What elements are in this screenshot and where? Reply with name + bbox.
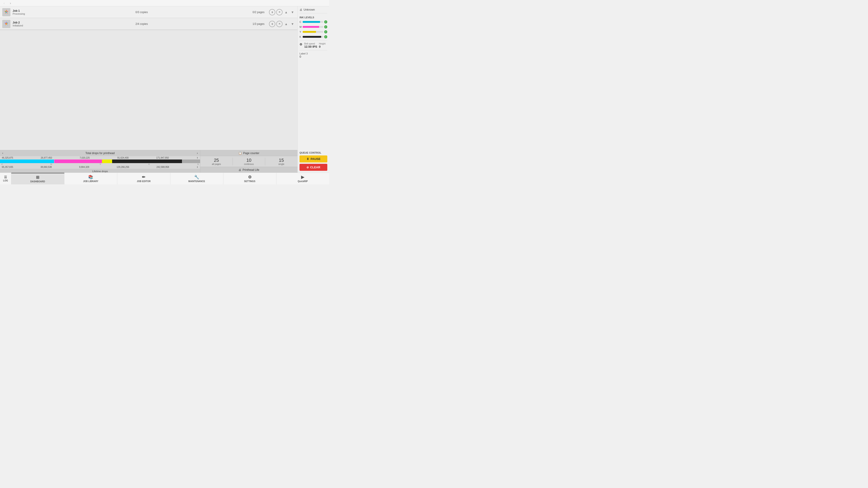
job2-up-btn[interactable]: ▲ [283, 21, 289, 27]
nav-maintenance[interactable]: 🔧 MAINTENANCE [170, 173, 223, 184]
ink-levels-title: INK LEVELS [300, 16, 327, 19]
svg-point-3 [5, 11, 6, 12]
pc-all-pages-number: 25 [214, 158, 219, 163]
log-icon: ☰ [4, 175, 7, 179]
ink-m-bar-outer [303, 26, 323, 28]
marker-s: S [197, 163, 199, 165]
drops-s-top: 171,947,950 [156, 157, 169, 159]
job1-cancel-btn[interactable]: ✕ [276, 9, 283, 15]
drops-left-arrow[interactable]: ‹ [2, 152, 3, 155]
ink-m-label: M [300, 26, 302, 28]
settings-icon: ⚙ [248, 175, 252, 180]
pc-all-pages: 25 all pages [200, 158, 233, 165]
log-label: LOG [3, 180, 8, 182]
clear-label: CLEAR [310, 166, 320, 169]
pc-all-pages-label: all pages [212, 163, 221, 165]
top-nav: ‹ › [0, 0, 329, 6]
ink-y-check: ✓ [324, 30, 327, 33]
marker-c: C [1, 163, 3, 165]
job2-copies: 2/4 copies [33, 22, 250, 26]
drops-k-top: 91,624,400 [117, 157, 129, 159]
clear-button[interactable]: ⊘ CLEAR [300, 164, 327, 171]
job1-copies: 0/3 copies [33, 11, 250, 14]
job2-cancel-btn[interactable]: ✕ [276, 21, 283, 27]
job-editor-label: JOB EDITOR [137, 180, 151, 183]
forward-arrow[interactable]: › [8, 1, 13, 5]
bar-s [182, 160, 200, 163]
drops-k-bottom: 129,266,256 [117, 166, 129, 168]
page-counter-panel: 📋 Page counter 25 all pages 10 continous… [200, 150, 298, 173]
svg-point-8 [5, 23, 6, 24]
drops-bottom-values: 65,357,835 38,060,538 9,904,329 129,266,… [0, 165, 200, 169]
job2-info: Job 2 Initialized [13, 21, 31, 27]
svg-point-9 [6, 23, 7, 24]
pause-icon: ⏸ [306, 157, 309, 161]
job-library-icon: 📚 [88, 175, 93, 180]
drops-c-bottom: 65,357,835 [2, 166, 13, 168]
belt-speed-icon: ⚙ [300, 42, 303, 48]
svg-point-4 [6, 11, 7, 12]
printhead-life-icon: 🖨 [239, 168, 241, 171]
belt-speed-section: ⚙ Belt speed 12.50 IPS Height 0 [300, 42, 327, 48]
dashboard-icon: ⊞ [36, 175, 39, 180]
ink-k-check: ✓ [324, 35, 327, 38]
job-icon [2, 8, 10, 16]
bottom-section: ‹ Total drops for printhead › 46,325,875… [0, 150, 298, 173]
ink-c-label: C [300, 21, 302, 23]
bottom-nav: ☰ LOG ⊞ DASHBOARD 📚 JOB LIBRARY ✏ JOB ED… [0, 173, 329, 184]
nav-job-editor[interactable]: ✏ JOB EDITOR [117, 173, 170, 184]
ink-k-bar-inner [303, 36, 321, 38]
pause-label: PAUSE [311, 157, 320, 161]
height-label: Height [319, 42, 326, 45]
marker-m: M [51, 163, 52, 165]
ink-y-bar-outer [303, 31, 323, 33]
job2-down-btn[interactable]: ▼ [290, 21, 295, 27]
drops-right-arrow[interactable]: › [197, 152, 198, 155]
printer-info: 🖨 Unknown [300, 8, 327, 11]
drops-icon: ⬆ [196, 157, 198, 159]
right-sidebar: 🖨 Unknown INK LEVELS C ✓ M ✓ Y ✓ [298, 6, 329, 173]
job2-name: Job 2 [13, 21, 31, 24]
ink-k-bar-outer [303, 36, 323, 38]
job1-up-btn[interactable]: ▲ [283, 9, 289, 15]
job2-status: Initialized [13, 24, 31, 27]
label3-label: Label 3 [300, 52, 327, 55]
drops-m-top: 26,977,450 [41, 157, 52, 159]
nav-job-library[interactable]: 📚 JOB LIBRARY [64, 173, 118, 184]
height-value: 0 [319, 45, 326, 48]
job2-pause-btn[interactable]: ⏸ [269, 21, 275, 27]
settings-label: SETTINGS [244, 180, 255, 183]
job-item: Job 1 Processing 0/3 copies 0/2 pages ⏸ … [0, 6, 298, 18]
job1-pause-btn[interactable]: ⏸ [269, 9, 275, 15]
drops-c-top: 46,325,875 [2, 157, 13, 159]
log-button[interactable]: ☰ LOG [0, 173, 11, 184]
job2-pages: 1/3 pages [252, 22, 265, 26]
job-library-label: JOB LIBRARY [83, 180, 98, 183]
clear-icon: ⊘ [307, 166, 309, 169]
back-arrow[interactable]: ‹ [2, 1, 6, 5]
bar-c [0, 160, 54, 163]
divider2 [300, 40, 327, 41]
job2-controls: ⏸ ✕ ▲ ▼ [269, 21, 295, 27]
drops-header: ‹ Total drops for printhead › [0, 150, 200, 156]
pause-button[interactable]: ⏸ PAUSE [300, 156, 327, 162]
ink-y-label: Y [300, 31, 302, 33]
ink-c-bar-outer [303, 21, 323, 23]
dashboard-label: DASHBOARD [30, 180, 45, 183]
job1-pages: 0/2 pages [252, 11, 265, 14]
ink-row-c: C ✓ [300, 20, 327, 24]
nav-quickrip[interactable]: ▶ QuickRIP [276, 173, 329, 184]
belt-speed-label: Belt speed [304, 42, 317, 45]
drops-icon2: ⬇ [196, 166, 198, 168]
ink-k-label: K [300, 35, 302, 38]
ink-row-k: K ✓ [300, 35, 327, 39]
divider3 [300, 50, 327, 51]
belt-speed-block: Belt speed 12.50 IPS [304, 42, 317, 48]
job1-down-btn[interactable]: ▼ [290, 9, 295, 15]
nav-dashboard[interactable]: ⊞ DASHBOARD [11, 173, 64, 184]
pc-continous-label: continous [244, 163, 254, 165]
main-area: Job 1 Processing 0/3 copies 0/2 pages ⏸ … [0, 6, 329, 173]
job1-info: Job 1 Processing [13, 9, 31, 15]
pc-single-label: single [278, 163, 284, 165]
nav-settings[interactable]: ⚙ SETTINGS [223, 173, 276, 184]
